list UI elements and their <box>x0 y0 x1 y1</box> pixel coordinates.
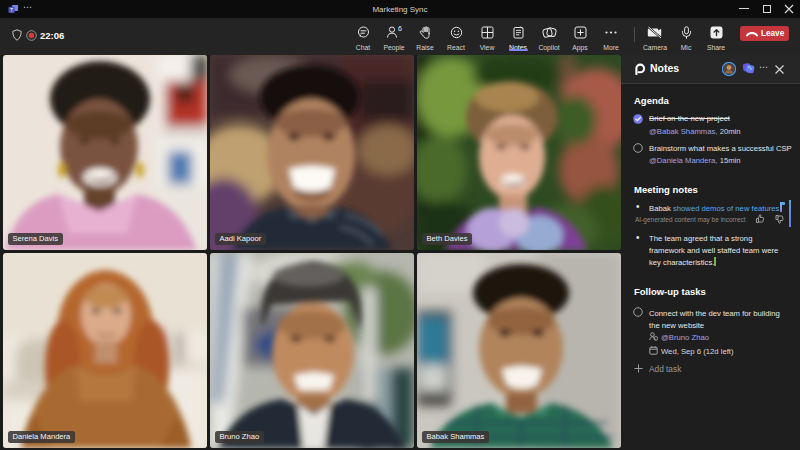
svg-text:6: 6 <box>398 26 402 32</box>
